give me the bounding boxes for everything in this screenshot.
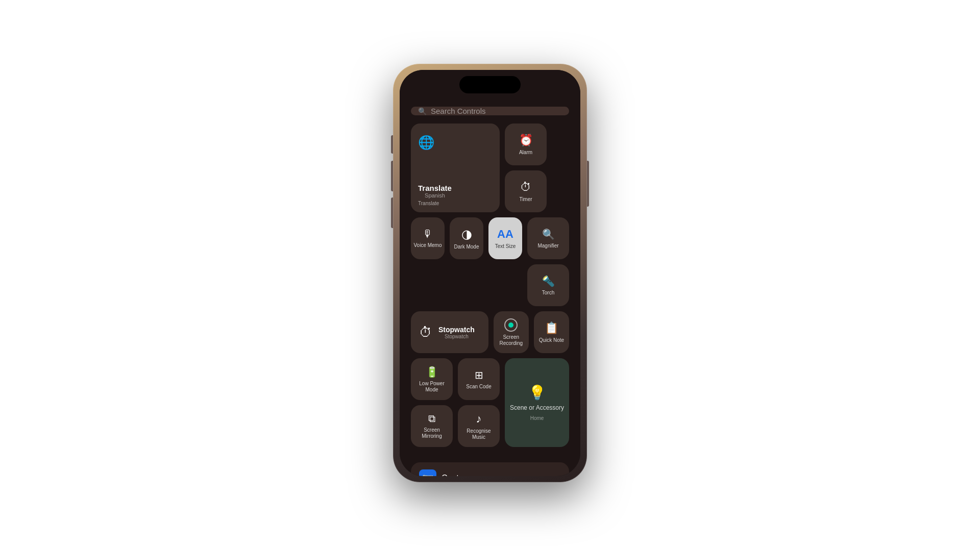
- search-bar[interactable]: 🔍 Search Controls: [411, 107, 569, 115]
- translate-icon: 🌐: [418, 130, 434, 151]
- phone-screen: 🔍 Search Controls 🌐 Translate Spanish Tr…: [400, 70, 580, 476]
- screen-recording-control[interactable]: Screen Recording: [494, 311, 529, 353]
- search-icon: 🔍: [418, 107, 427, 115]
- controls-grid: 🌐 Translate Spanish Translate ⏰ Alarm: [411, 123, 569, 447]
- phone-frame: 🔍 Search Controls 🌐 Translate Spanish Tr…: [393, 64, 587, 482]
- text-size-control[interactable]: AA Text Size: [488, 217, 522, 259]
- capture-section[interactable]: 📷 Capture: [411, 462, 569, 476]
- alarm-icon: ⏰: [519, 134, 533, 147]
- row-2: 🎙 Voice Memo ◑ Dark Mode AA Text Size: [411, 217, 569, 306]
- timer-icon: ⏱: [520, 181, 531, 194]
- row-3: ⏱ Stopwatch Stopwatch Screen Recording: [411, 311, 569, 353]
- scene-accessory-control[interactable]: 💡 Scene or Accessory Home: [505, 358, 569, 447]
- voice-memo-icon: 🎙: [423, 228, 433, 240]
- stopwatch-icon: ⏱: [419, 325, 432, 340]
- quick-note-control[interactable]: 📋 Quick Note: [534, 311, 569, 353]
- stopwatch-text: Stopwatch Stopwatch: [438, 326, 475, 339]
- power-button[interactable]: [587, 161, 589, 207]
- low-scan-stack: 🔋 Low Power Mode ⧉ Screen Mirroring: [411, 358, 453, 447]
- scan-code-icon: ⊞: [475, 369, 483, 381]
- scan-music-stack: ⊞ Scan Code ♪ Recognise Music: [458, 358, 500, 447]
- row-1: 🌐 Translate Spanish Translate ⏰ Alarm: [411, 123, 569, 212]
- low-power-control[interactable]: 🔋 Low Power Mode: [411, 358, 453, 400]
- translate-control[interactable]: 🌐 Translate Spanish Translate: [411, 123, 500, 212]
- translate-text: Translate Spanish: [418, 184, 452, 198]
- recognise-music-control[interactable]: ♪ Recognise Music: [458, 405, 500, 447]
- stopwatch-control[interactable]: ⏱ Stopwatch Stopwatch: [411, 311, 488, 353]
- search-placeholder: Search Controls: [431, 107, 486, 115]
- alarm-timer-stack: ⏰ Alarm ⏱ Timer: [505, 123, 547, 212]
- dark-mode-control[interactable]: ◑ Dark Mode: [450, 217, 483, 259]
- recognise-music-icon: ♪: [476, 412, 482, 426]
- low-power-icon: 🔋: [426, 366, 438, 378]
- capture-icon: 📷: [419, 469, 436, 476]
- magnifier-control[interactable]: 🔍 Magnifier: [527, 217, 569, 259]
- screen-mirroring-icon: ⧉: [428, 413, 435, 425]
- camera-icon: 📷: [422, 473, 433, 476]
- timer-control[interactable]: ⏱ Timer: [505, 170, 547, 212]
- row-4: 🔋 Low Power Mode ⧉ Screen Mirroring ⊞ Sc…: [411, 358, 569, 447]
- text-size-icon: AA: [497, 228, 513, 241]
- torch-control[interactable]: 🔦 Torch: [527, 264, 569, 306]
- recording-icon: [504, 318, 518, 332]
- volume-down-button[interactable]: [391, 197, 393, 228]
- alarm-control[interactable]: ⏰ Alarm: [505, 123, 547, 165]
- magnifier-torch-stack: 🔍 Magnifier 🔦 Torch: [527, 217, 569, 306]
- screen-mirroring-control[interactable]: ⧉ Screen Mirroring: [411, 405, 453, 447]
- magnifier-icon: 🔍: [542, 228, 555, 240]
- control-center-screen: 🔍 Search Controls 🌐 Translate Spanish Tr…: [400, 70, 580, 476]
- scene-icon: 💡: [528, 384, 546, 401]
- scan-code-control[interactable]: ⊞ Scan Code: [458, 358, 500, 400]
- torch-icon: 🔦: [542, 275, 555, 287]
- quick-note-icon: 📋: [545, 321, 558, 335]
- volume-up-button[interactable]: [391, 161, 393, 191]
- dynamic-island: [459, 76, 521, 93]
- mute-button[interactable]: [391, 135, 393, 154]
- voice-memo-control[interactable]: 🎙 Voice Memo: [411, 217, 445, 259]
- dark-mode-icon: ◑: [461, 227, 472, 241]
